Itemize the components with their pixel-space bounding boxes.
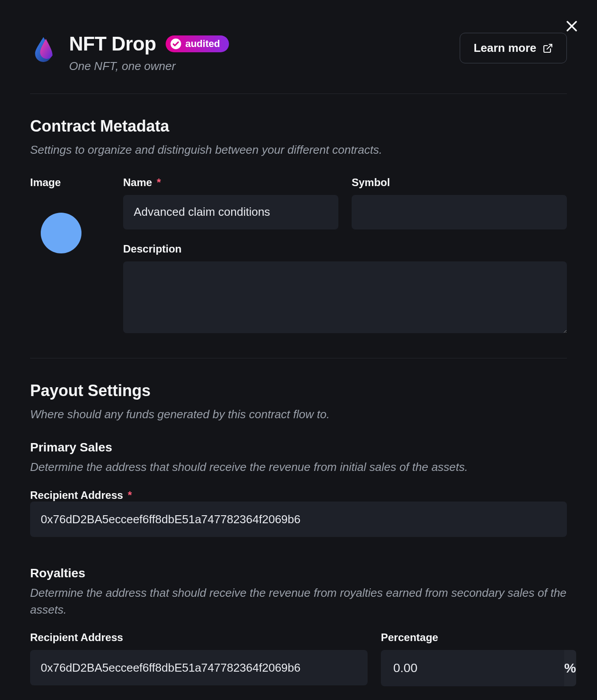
metadata-title: Contract Metadata xyxy=(30,117,567,136)
audited-badge: audited xyxy=(166,35,229,52)
required-asterisk: * xyxy=(128,489,132,501)
external-link-icon xyxy=(543,43,553,54)
drop-icon xyxy=(30,35,57,62)
primary-recipient-label-text: Recipient Address xyxy=(30,489,123,501)
payout-desc: Where should any funds generated by this… xyxy=(30,406,567,423)
royalty-percentage-field: Percentage % xyxy=(381,631,567,686)
description-field: Description xyxy=(123,243,567,333)
header-left: NFT Drop audited One NFT, one owner xyxy=(30,33,229,73)
image-label: Image xyxy=(30,176,110,189)
royalty-recipient-input[interactable] xyxy=(30,650,368,685)
primary-recipient-input[interactable] xyxy=(30,502,567,537)
svg-line-3 xyxy=(547,44,552,49)
header: NFT Drop audited One NFT, one owner Lear… xyxy=(30,0,567,94)
royalty-recipient-field: Recipient Address xyxy=(30,631,368,686)
royalty-percentage-label: Percentage xyxy=(381,631,567,644)
symbol-input[interactable] xyxy=(352,195,567,229)
audited-label: audited xyxy=(185,38,220,50)
royalties-heading: Royalties xyxy=(30,566,567,580)
page-title: NFT Drop xyxy=(69,33,156,55)
name-input[interactable] xyxy=(123,195,338,229)
royalty-percentage-input[interactable] xyxy=(381,650,564,686)
deploy-modal: NFT Drop audited One NFT, one owner Lear… xyxy=(0,0,597,700)
image-upload[interactable] xyxy=(41,213,81,253)
description-input[interactable] xyxy=(123,261,567,333)
percent-suffix: % xyxy=(564,650,576,686)
symbol-label: Symbol xyxy=(352,176,567,189)
required-asterisk: * xyxy=(157,176,161,188)
symbol-field: Symbol xyxy=(352,176,567,229)
percentage-wrap: % xyxy=(381,650,567,686)
primary-sales-desc: Determine the address that should receiv… xyxy=(30,459,567,476)
metadata-desc: Settings to organize and distinguish bet… xyxy=(30,142,567,159)
name-label-text: Name xyxy=(123,176,152,188)
primary-recipient-label: Recipient Address * xyxy=(30,489,132,501)
check-circle-icon xyxy=(170,38,182,50)
learn-more-label: Learn more xyxy=(473,41,536,55)
name-label: Name * xyxy=(123,176,338,189)
learn-more-button[interactable]: Learn more xyxy=(460,33,567,63)
subtitle: One NFT, one owner xyxy=(69,59,229,73)
close-icon xyxy=(564,19,579,34)
payout-section: Payout Settings Where should any funds g… xyxy=(30,358,567,687)
primary-recipient-field: Recipient Address * xyxy=(30,489,567,537)
royalty-recipient-label: Recipient Address xyxy=(30,631,368,644)
royalty-row: Recipient Address Percentage % xyxy=(30,631,567,686)
metadata-section: Contract Metadata Settings to organize a… xyxy=(30,94,567,358)
description-label: Description xyxy=(123,243,567,255)
image-field: Image xyxy=(30,176,110,333)
title-row: NFT Drop audited xyxy=(69,33,229,55)
close-button[interactable] xyxy=(562,17,581,37)
metadata-grid: Image Name * Symbol Description xyxy=(30,176,567,358)
title-block: NFT Drop audited One NFT, one owner xyxy=(69,33,229,73)
primary-sales-heading: Primary Sales xyxy=(30,440,567,455)
royalties-desc: Determine the address that should receiv… xyxy=(30,585,567,618)
name-field: Name * xyxy=(123,176,338,229)
payout-title: Payout Settings xyxy=(30,381,567,400)
